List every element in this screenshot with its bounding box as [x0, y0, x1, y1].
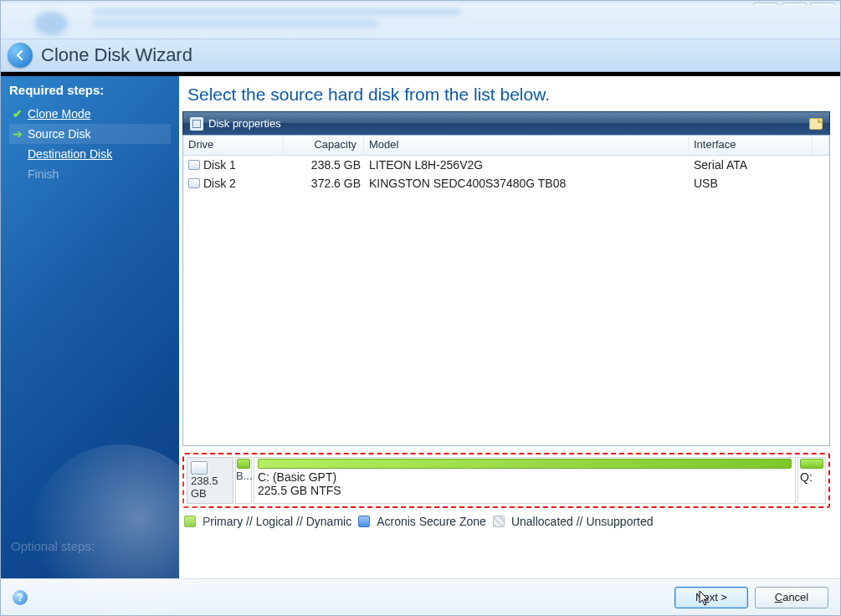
page-title: Select the source hard disk from the lis…	[182, 83, 830, 111]
sidebar-item-source-disk[interactable]: ➔ Source Disk	[9, 124, 171, 144]
partition-boot-label: B...	[236, 470, 251, 482]
wizard-title: Clone Disk Wizard	[41, 44, 192, 66]
hdd-icon	[188, 160, 200, 170]
help-button[interactable]: ?	[13, 590, 28, 605]
cell-interface: USB	[689, 176, 813, 191]
disk-table: Drive Capacity Model Interface Disk 1 23…	[182, 135, 830, 446]
th-interface[interactable]: Interface	[689, 136, 813, 155]
sidebar-item-destination-disk[interactable]: Destination Disk	[9, 144, 171, 164]
hdd-icon	[191, 461, 208, 475]
partition-bar	[800, 459, 823, 469]
sidebar-item-label: Finish	[28, 167, 59, 181]
partition-c-label: C: (Basic GPT)	[258, 470, 792, 484]
th-drive[interactable]: Drive	[183, 136, 284, 155]
partition-bar	[258, 459, 792, 469]
legend: Primary // Logical // Dynamic Acronis Se…	[182, 508, 830, 533]
th-model[interactable]: Model	[364, 136, 689, 155]
cell-drive: Disk 1	[203, 158, 236, 172]
arrow-right-icon: ➔	[11, 127, 24, 141]
checkmark-icon: ✔	[11, 107, 24, 121]
legend-swatch-asz	[358, 516, 370, 527]
th-spare	[813, 136, 829, 155]
next-button[interactable]: Next >	[674, 587, 748, 608]
table-header: Drive Capacity Model Interface	[183, 136, 829, 156]
panel-heading-text: Disk properties	[208, 117, 281, 130]
next-button-label: Next >	[695, 591, 727, 603]
sidebar-item-finish: Finish	[9, 164, 171, 184]
partition-q-label: Q:	[800, 470, 823, 484]
legend-unallocated: Unallocated // Unsupported	[511, 515, 654, 528]
sidebar: Required steps: ✔ Clone Mode ➔ Source Di…	[1, 76, 179, 578]
partition-bar	[237, 459, 250, 469]
sidebar-item-label: Destination Disk	[28, 147, 112, 161]
cell-model: LITEON L8H-256V2G	[364, 157, 689, 172]
cancel-button[interactable]: Cancel	[755, 587, 828, 608]
cell-model: KINGSTON SEDC400S37480G TB08	[364, 176, 689, 191]
cell-capacity: 238.5 GB	[284, 157, 364, 172]
help-icon: ?	[17, 592, 23, 603]
sidebar-item-label: Clone Mode	[28, 107, 91, 121]
partition-c[interactable]: C: (Basic GPT) 225.5 GB NTFS	[254, 457, 796, 504]
sidebar-optional-heading: Optional steps:	[11, 539, 95, 553]
cell-interface: Serial ATA	[689, 157, 813, 172]
main-content: Select the source hard disk from the lis…	[179, 76, 840, 578]
partition-c-size: 225.5 GB NTFS	[258, 484, 792, 497]
disk-properties-icon	[190, 117, 203, 131]
wizard-window: ― ▭ ✕ Clone Disk Wizard Required steps: …	[0, 0, 841, 616]
partition-layout: 238.5 GB B... C: (Basic GPT) 225.5 GB NT…	[182, 453, 830, 508]
table-row[interactable]: Disk 1 238.5 GB LITEON L8H-256V2G Serial…	[183, 156, 829, 174]
cell-capacity: 372.6 GB	[284, 176, 364, 191]
back-arrow-icon	[14, 49, 26, 61]
wizard-header: Clone Disk Wizard	[1, 38, 840, 72]
legend-asz: Acronis Secure Zone	[377, 515, 486, 528]
cancel-button-label: Cancel	[775, 591, 808, 603]
partition-boot[interactable]: B...	[235, 457, 252, 504]
legend-primary: Primary // Logical // Dynamic	[203, 515, 351, 528]
sidebar-heading: Required steps:	[9, 83, 171, 97]
legend-swatch-unallocated	[493, 516, 505, 527]
background-blur	[1, 5, 840, 38]
partition-size-label: 238.5 GB	[191, 475, 229, 500]
cell-drive: Disk 2	[203, 177, 236, 190]
table-row[interactable]: Disk 2 372.6 GB KINGSTON SEDC400S37480G …	[183, 174, 829, 192]
hdd-icon	[188, 178, 200, 188]
partition-disk-label: 238.5 GB	[187, 457, 233, 504]
note-icon[interactable]	[809, 118, 823, 130]
sidebar-item-label: Source Disk	[28, 127, 90, 141]
partition-q[interactable]: Q:	[797, 457, 826, 504]
th-capacity[interactable]: Capacity	[284, 136, 364, 155]
back-button[interactable]	[8, 43, 33, 68]
panel-header: Disk properties	[182, 111, 830, 135]
sidebar-item-clone-mode[interactable]: ✔ Clone Mode	[9, 104, 171, 124]
